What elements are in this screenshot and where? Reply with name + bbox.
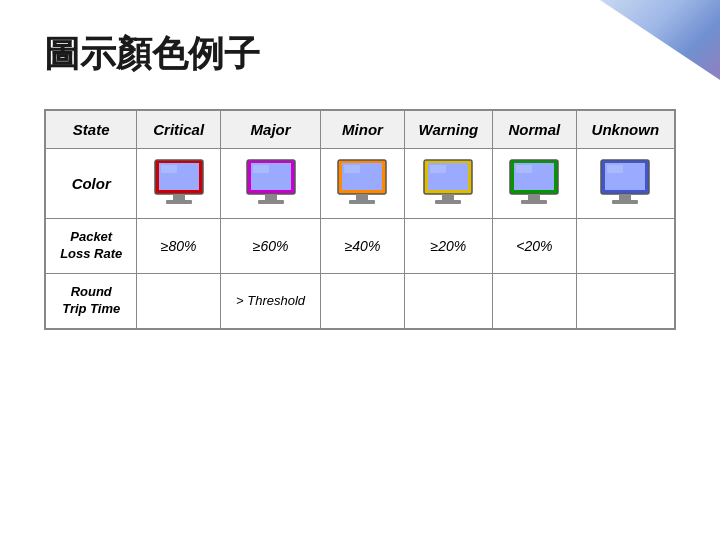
round-trip-normal	[493, 273, 577, 328]
packet-loss-unknown	[576, 219, 674, 274]
page-title: 圖示顏色例子	[0, 0, 720, 109]
svg-rect-19	[435, 200, 461, 204]
packet-loss-warning: ≥20%	[404, 219, 492, 274]
table-header-row: State Critical Major Minor Warning Norma…	[46, 111, 675, 149]
round-trip-row: RoundTrip Time > Threshold	[46, 273, 675, 328]
round-trip-minor	[321, 273, 405, 328]
svg-rect-12	[344, 165, 360, 173]
svg-rect-24	[521, 200, 547, 204]
svg-rect-17	[430, 165, 446, 173]
round-trip-warning	[404, 273, 492, 328]
svg-rect-29	[612, 200, 638, 204]
svg-rect-14	[349, 200, 375, 204]
icon-critical	[137, 149, 221, 219]
svg-rect-13	[356, 194, 368, 200]
header-minor: Minor	[321, 111, 405, 149]
header-warning: Warning	[404, 111, 492, 149]
icon-normal	[493, 149, 577, 219]
packet-loss-row: PacketLoss Rate ≥80% ≥60% ≥40% ≥20% <20%	[46, 219, 675, 274]
round-trip-major: > Threshold	[220, 273, 320, 328]
svg-rect-4	[166, 200, 192, 204]
header-state: State	[46, 111, 137, 149]
svg-rect-28	[619, 194, 631, 200]
packet-loss-label: PacketLoss Rate	[46, 219, 137, 274]
packet-loss-normal: <20%	[493, 219, 577, 274]
svg-rect-8	[265, 194, 277, 200]
main-table-container: State Critical Major Minor Warning Norma…	[44, 109, 676, 330]
packet-loss-critical: ≥80%	[137, 219, 221, 274]
icon-warning	[404, 149, 492, 219]
svg-rect-18	[442, 194, 454, 200]
svg-rect-9	[258, 200, 284, 204]
svg-rect-22	[516, 165, 532, 173]
color-row: Color	[46, 149, 675, 219]
icon-minor	[321, 149, 405, 219]
svg-rect-2	[161, 165, 177, 173]
header-normal: Normal	[493, 111, 577, 149]
svg-rect-23	[528, 194, 540, 200]
round-trip-label: RoundTrip Time	[46, 273, 137, 328]
color-label: Color	[46, 149, 137, 219]
svg-rect-27	[607, 165, 623, 173]
round-trip-critical	[137, 273, 221, 328]
header-critical: Critical	[137, 111, 221, 149]
svg-rect-3	[173, 194, 185, 200]
header-unknown: Unknown	[576, 111, 674, 149]
svg-rect-7	[253, 165, 269, 173]
packet-loss-major: ≥60%	[220, 219, 320, 274]
header-major: Major	[220, 111, 320, 149]
icon-unknown	[576, 149, 674, 219]
packet-loss-minor: ≥40%	[321, 219, 405, 274]
status-table: State Critical Major Minor Warning Norma…	[45, 110, 675, 329]
round-trip-unknown	[576, 273, 674, 328]
icon-major	[220, 149, 320, 219]
